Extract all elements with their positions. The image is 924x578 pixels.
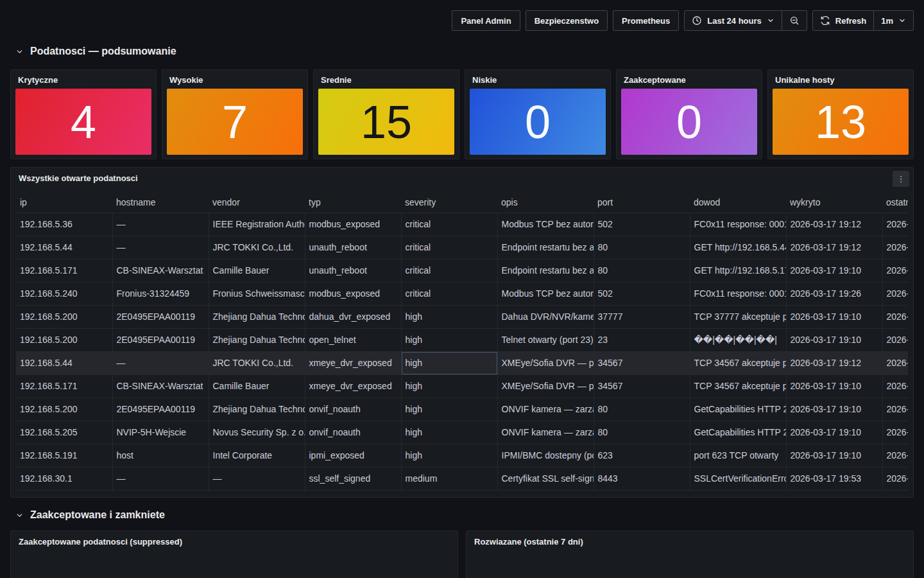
cell-opis[interactable]: Modbus TCP bez autoryzacji <box>497 282 594 305</box>
cell-hostname[interactable]: — <box>112 351 209 374</box>
cell-typ[interactable]: onvif_noauth <box>305 421 401 444</box>
cell-severity[interactable]: high <box>401 444 497 467</box>
cell-opis[interactable]: Endpoint restartu bez autoryzacji <box>497 259 594 282</box>
cell-ostatnio[interactable]: 2026-03-17 <box>882 351 908 374</box>
cell-port[interactable]: 37777 <box>594 305 690 328</box>
cell-ip[interactable]: 192.168.30.1 <box>16 467 112 490</box>
cell-port[interactable]: 34567 <box>594 351 690 374</box>
cell-ostatnio[interactable]: 2026-03-17 <box>882 282 908 305</box>
cell-typ[interactable]: modbus_exposed <box>305 213 401 236</box>
cell-ostatnio[interactable]: 2026-03-17 <box>882 374 908 398</box>
time-range-picker[interactable]: Last 24 hours <box>685 11 782 30</box>
cell-hostname[interactable]: host <box>112 444 209 467</box>
cell-typ[interactable]: ipmi_exposed <box>305 444 401 467</box>
cell-vendor[interactable]: Zhejiang Dahua Technology <box>209 398 305 421</box>
cell-port[interactable]: 80 <box>594 398 690 421</box>
cell-severity[interactable]: high <box>401 421 497 444</box>
cell-port[interactable]: 502 <box>594 282 690 305</box>
cell-hostname[interactable]: 2E0495EPAA00119 <box>112 398 209 421</box>
cell-ostatnio[interactable]: 2026-03-17 <box>882 444 908 467</box>
cell-ostatnio[interactable]: 2026-03-17 <box>882 398 908 421</box>
cell-vendor[interactable]: Novus Security Sp. z o.o. <box>209 421 305 444</box>
cell-wykryto[interactable]: 2026-03-17 19:10 <box>786 374 882 398</box>
cell-wykryto[interactable]: 2026-03-17 19:26 <box>786 282 882 305</box>
zoom-out-time-button[interactable] <box>782 11 807 30</box>
cell-ostatnio[interactable]: 2026-03-17 <box>882 305 908 328</box>
column-header-dowod[interactable]: dowod <box>690 192 786 213</box>
cell-severity[interactable]: critical <box>401 236 497 259</box>
cell-severity[interactable]: medium <box>401 467 497 490</box>
cell-opis[interactable]: Telnet otwarty (port 23) <box>497 328 594 351</box>
cell-severity[interactable]: high <box>401 328 497 351</box>
row-header-podsumowanie[interactable]: Podatnosci — podsumowanie <box>10 46 176 57</box>
cell-hostname[interactable]: 2E0495EPAA00119 <box>112 328 209 351</box>
cell-ostatnio[interactable]: 2026-03-17 <box>882 236 908 259</box>
cell-opis[interactable]: ONVIF kamera — zarzadzanie <box>497 421 594 444</box>
column-header-wykryto[interactable]: wykryto <box>786 192 882 213</box>
cell-port[interactable]: 80 <box>594 259 690 282</box>
link-button-prometheus[interactable]: Prometheus <box>613 10 679 31</box>
cell-ostatnio[interactable]: 2026-03-17 <box>882 328 908 351</box>
cell-typ[interactable]: unauth_reboot <box>305 236 401 259</box>
cell-dowod[interactable]: TCP 34567 akceptuje polaczenia <box>690 374 786 398</box>
column-header-typ[interactable]: typ <box>305 192 401 213</box>
cell-port[interactable]: 34567 <box>594 374 690 398</box>
cell-ip[interactable]: 192.168.5.200 <box>16 328 112 351</box>
cell-port[interactable]: 80 <box>594 421 690 444</box>
cell-hostname[interactable]: CB-SINEAX-Warsztat <box>112 259 209 282</box>
cell-dowod[interactable]: GET http://192.168.5.44/ <box>690 236 786 259</box>
cell-wykryto[interactable]: 2026-03-17 19:10 <box>786 444 882 467</box>
cell-ostatnio[interactable]: 2026-03-17 <box>882 421 908 444</box>
cell-wykryto[interactable]: 2026-03-17 19:10 <box>786 421 882 444</box>
cell-opis[interactable]: Certyfikat SSL self-signed <box>497 467 594 490</box>
cell-vendor[interactable]: — <box>209 467 305 490</box>
cell-opis[interactable]: Endpoint restartu bez autoryzacji <box>497 236 594 259</box>
column-header-opis[interactable]: opis <box>497 192 594 213</box>
cell-wykryto[interactable]: 2026-03-17 19:12 <box>786 236 882 259</box>
cell-wykryto[interactable]: 2026-03-17 19:10 <box>786 328 882 351</box>
cell-opis[interactable]: Modbus TCP bez autoryzacji <box>497 213 594 236</box>
cell-severity[interactable]: high <box>401 305 497 328</box>
column-header-vendor[interactable]: vendor <box>209 192 305 213</box>
cell-port[interactable]: 23 <box>594 328 690 351</box>
cell-opis[interactable]: IPMI/BMC dostepny (port 623) <box>497 444 594 467</box>
cell-ip[interactable]: 192.168.5.200 <box>16 305 112 328</box>
cell-vendor[interactable]: Camille Bauer <box>209 259 305 282</box>
column-header-severity[interactable]: severity <box>401 192 497 213</box>
cell-dowod[interactable]: TCP 34567 akceptuje polaczenia <box>690 351 786 374</box>
cell-ip[interactable]: 192.168.5.205 <box>16 421 112 444</box>
cell-dowod[interactable]: FC0x11 response: 000102 <box>690 213 786 236</box>
cell-hostname[interactable]: — <box>112 236 209 259</box>
cell-wykryto[interactable]: 2026-03-17 19:10 <box>786 398 882 421</box>
cell-opis[interactable]: ONVIF kamera — zarzadzanie <box>497 398 594 421</box>
cell-hostname[interactable]: 2E0495EPAA00119 <box>112 305 209 328</box>
column-header-ostatnio[interactable]: ostatnio <box>882 192 908 213</box>
cell-wykryto[interactable]: 2026-03-17 19:12 <box>786 213 882 236</box>
cell-severity[interactable]: critical <box>401 282 497 305</box>
cell-port[interactable]: 502 <box>594 213 690 236</box>
cell-vendor[interactable]: Intel Corporate <box>209 444 305 467</box>
cell-ip[interactable]: 192.168.5.200 <box>16 398 112 421</box>
link-button-panel-admin[interactable]: Panel Admin <box>452 10 520 31</box>
cell-dowod[interactable]: GetCapabilities HTTP 200 <box>690 398 786 421</box>
cell-vendor[interactable]: JRC TOKKI Co.,Ltd. <box>209 351 305 374</box>
cell-ip[interactable]: 192.168.5.240 <box>16 282 112 305</box>
cell-typ[interactable]: dahua_dvr_exposed <box>305 305 401 328</box>
cell-ostatnio[interactable]: 2026-03-17 <box>882 213 908 236</box>
cell-vendor[interactable]: Fronius Schweissmaschinen <box>209 282 305 305</box>
cell-ip[interactable]: 192.168.5.36 <box>16 213 112 236</box>
cell-wykryto[interactable]: 2026-03-17 19:53 <box>786 467 882 490</box>
cell-opis[interactable]: XMEye/Sofia DVR — port <box>497 351 594 374</box>
column-header-ip[interactable]: ip <box>16 192 112 213</box>
cell-vendor[interactable]: IEEE Registration Authority <box>209 213 305 236</box>
cell-ostatnio[interactable]: 2026-03-17 <box>882 467 908 490</box>
cell-dowod[interactable]: ��|��|��|��| <box>690 328 786 351</box>
cell-severity[interactable]: high <box>401 398 497 421</box>
column-header-port[interactable]: port <box>594 192 690 213</box>
cell-typ[interactable]: onvif_noauth <box>305 398 401 421</box>
row-header-zamkniete[interactable]: Zaakceptowane i zamkniete <box>10 509 165 521</box>
cell-severity[interactable]: high <box>401 351 497 374</box>
cell-typ[interactable]: xmeye_dvr_exposed <box>305 351 401 374</box>
cell-hostname[interactable]: — <box>112 213 209 236</box>
cell-typ[interactable]: ssl_self_signed <box>305 467 401 490</box>
